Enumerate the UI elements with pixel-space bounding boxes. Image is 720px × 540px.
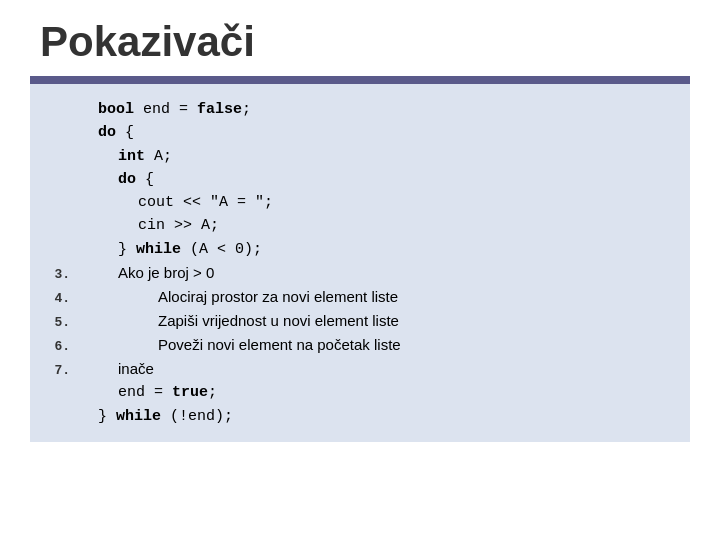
code-text-2: do { [78,121,670,144]
line-num-5: 5. [50,313,78,333]
code-line-8: 3. Ako je broj > 0 [50,261,670,285]
code-line-12: 7. inače [50,357,670,381]
code-text-14: } while (!end); [78,405,670,428]
code-line-6: cin >> A; [50,214,670,237]
page-title: Pokazivači [0,0,720,76]
code-text-12: inače [78,357,670,380]
code-line-4: do { [50,168,670,191]
code-text-6: cin >> A; [78,214,670,237]
code-line-1: bool end = false; [50,98,670,121]
code-text-9: Alociraj prostor za novi element liste [78,285,670,308]
code-text-7: } while (A < 0); [78,238,670,261]
header-bar [30,76,690,84]
code-line-2: do { [50,121,670,144]
code-line-13: end = true; [50,381,670,404]
code-text-13: end = true; [78,381,670,404]
code-line-9: 4. Alociraj prostor za novi element list… [50,285,670,309]
code-text-1: bool end = false; [78,98,670,121]
line-num-4: 4. [50,289,78,309]
code-line-5: cout << "A = "; [50,191,670,214]
code-text-11: Poveži novi element na početak liste [78,333,670,356]
line-num-7: 7. [50,361,78,381]
content-area: bool end = false; do { int A; do { [30,76,690,442]
code-block: bool end = false; do { int A; do { [30,84,690,442]
code-text-4: do { [78,168,670,191]
code-text-3: int A; [78,145,670,168]
code-text-10: Zapiši vrijednost u novi element liste [78,309,670,332]
code-line-10: 5. Zapiši vrijednost u novi element list… [50,309,670,333]
code-line-3: int A; [50,145,670,168]
line-num-6: 6. [50,337,78,357]
code-line-11: 6. Poveži novi element na početak liste [50,333,670,357]
code-text-5: cout << "A = "; [78,191,670,214]
line-num-3: 3. [50,265,78,285]
code-text-8: Ako je broj > 0 [78,261,670,284]
code-line-14: } while (!end); [50,405,670,428]
code-line-7: } while (A < 0); [50,238,670,261]
